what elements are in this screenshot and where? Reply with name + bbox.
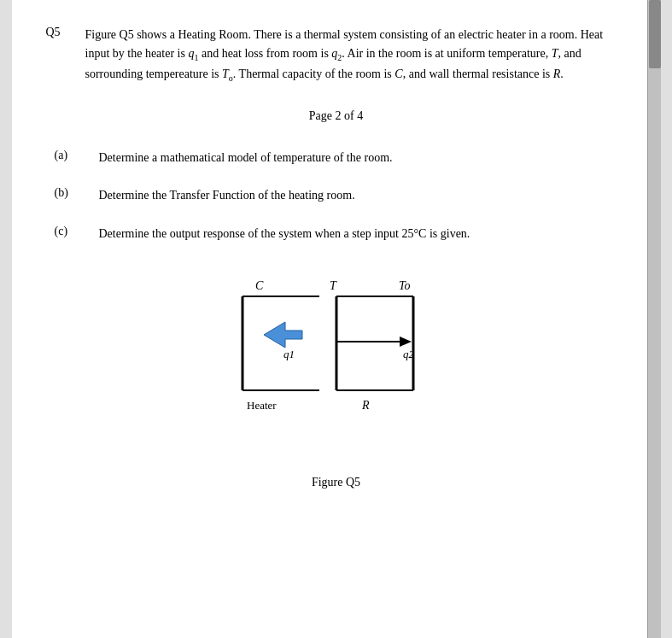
scrollbar-thumb[interactable]: [649, 0, 661, 68]
question-text: Figure Q5 shows a Heating Room. There is…: [85, 26, 627, 85]
sub-question-c: (c) Determine the output response of the…: [46, 225, 627, 243]
svg-text:Heater: Heater: [247, 399, 277, 412]
question-block: Q5 Figure Q5 shows a Heating Room. There…: [46, 26, 627, 85]
svg-text:R: R: [361, 399, 370, 412]
svg-text:C: C: [255, 279, 264, 292]
sub-question-b: (b) Determine the Transfer Function of t…: [46, 186, 627, 205]
sub-b-text: Determine the Transfer Function of the h…: [99, 186, 355, 205]
diagram-svg: C Heater q1 T To q2: [191, 271, 482, 442]
scrollbar[interactable]: [647, 0, 661, 638]
figure-container: C Heater q1 T To q2: [46, 271, 627, 489]
svg-text:q1: q1: [283, 348, 295, 360]
sub-c-text: Determine the output response of the sys…: [99, 225, 470, 243]
svg-text:q2: q2: [403, 348, 415, 360]
figure-caption: Figure Q5: [312, 476, 360, 489]
sub-question-a: (a) Determine a mathematical model of te…: [46, 149, 627, 167]
question-label: Q5: [46, 26, 72, 85]
sub-a-text: Determine a mathematical model of temper…: [99, 149, 393, 167]
page: Q5 Figure Q5 shows a Heating Room. There…: [12, 0, 661, 638]
svg-text:T: T: [330, 279, 337, 292]
sub-c-label: (c): [55, 225, 85, 243]
sub-a-label: (a): [55, 149, 85, 167]
sub-b-label: (b): [55, 186, 85, 205]
svg-marker-5: [264, 322, 302, 348]
svg-marker-14: [400, 337, 412, 347]
svg-text:To: To: [399, 279, 411, 292]
page-indicator: Page 2 of 4: [46, 109, 627, 123]
